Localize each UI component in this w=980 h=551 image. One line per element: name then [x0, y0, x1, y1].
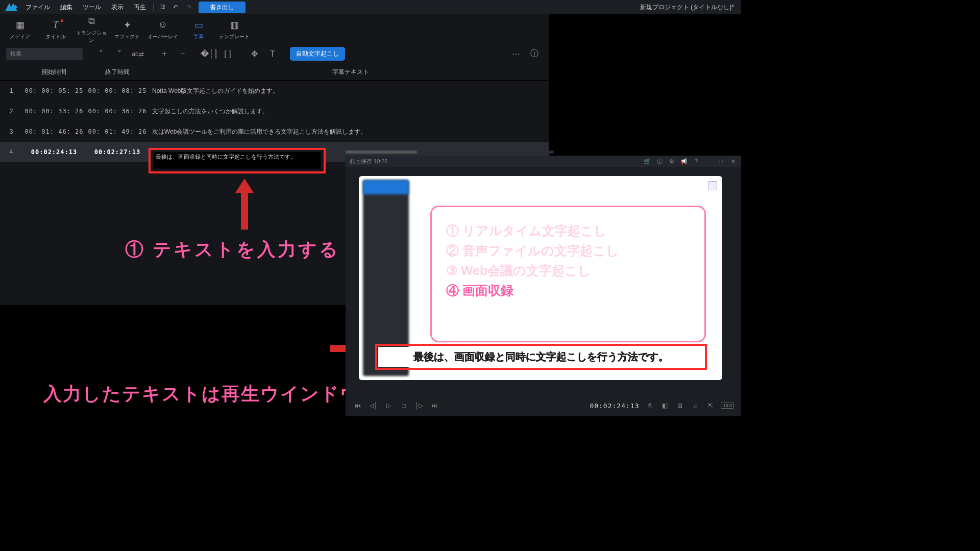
menubar: ファイル 編集 ツール 表示 再生 🖫 ↶ ↷ 書き出し 新規プロジェクト (タ…	[0, 0, 741, 14]
annotation-text-1: ① テキストを入力する	[125, 237, 340, 262]
card-line: ① リアルタイム文字起こし	[446, 222, 690, 239]
timecode-display: 00:02:24:13	[590, 402, 639, 410]
table-row[interactable]: 100: 00: 05: 2500: 00: 08: 25Notta Web版文…	[0, 81, 549, 101]
template-icon: ▥	[230, 19, 239, 31]
compare-icon[interactable]: ◧	[659, 400, 670, 411]
menu-edit[interactable]: 編集	[55, 0, 78, 14]
redo-icon[interactable]: ↷	[182, 0, 195, 14]
speaker-icon[interactable]: 📢	[680, 157, 688, 165]
merge-icon[interactable]: [ ]	[219, 47, 236, 61]
notification-dot-icon	[61, 19, 63, 22]
remove-icon[interactable]: －	[175, 47, 191, 61]
menu-tool[interactable]: ツール	[78, 0, 106, 14]
close-icon[interactable]: ✕	[729, 157, 737, 165]
snapshot-icon[interactable]: ⎙	[644, 400, 654, 411]
card-line: ③ Web会議の文字起こし	[446, 262, 690, 279]
export-button[interactable]: 書き出し	[199, 2, 246, 13]
card-line: ② 音声ファイルの文字起こし	[446, 242, 690, 259]
tab-transition[interactable]: ⧉トランジション	[76, 15, 107, 44]
app-logo-icon	[4, 3, 18, 12]
preview-panel: 前回保存 10:26 🛒 ⓘ ⚙ 📢 ? – □ ✕ ① リアルタイム文字起こし…	[346, 156, 741, 416]
add-icon[interactable]: ＋	[156, 47, 173, 61]
auto-transcribe-button[interactable]: 自動文字起こし	[290, 47, 345, 61]
subtitle-edit-highlight: 最後は、画面収録と同時に文字起こしを行う方法です。	[149, 148, 326, 173]
subtitle-toolbar: 検索 ˄ ˅ ab⇄ ＋ － �┆⎮ [ ] ✥ T 自動文字起こし ⋯ ⓘ	[0, 44, 549, 64]
annotation-arrow-up-icon	[235, 179, 254, 231]
prev-frame-icon[interactable]: ◁│	[368, 400, 378, 411]
svg-rect-1	[13, 4, 14, 10]
svg-marker-4	[235, 179, 254, 230]
col-text: 字幕テキスト	[149, 68, 549, 77]
transition-icon: ⧉	[88, 16, 95, 27]
stop-icon[interactable]: □	[399, 400, 409, 411]
tab-template[interactable]: ▥テンプレート	[218, 18, 250, 40]
horizontal-scrollbar[interactable]	[346, 151, 554, 154]
effect-icon: ✦	[124, 19, 131, 31]
preview-mock-header	[363, 180, 409, 194]
menu-view[interactable]: 表示	[106, 0, 129, 14]
preview-topbar: 前回保存 10:26 🛒 ⓘ ⚙ 📢 ? – □ ✕	[346, 156, 741, 167]
subtitle-overlay-highlight: 最後は、画面収録と同時に文字起こしを行う方法です。	[375, 344, 707, 370]
tab-media[interactable]: ▦メディア	[4, 18, 36, 40]
detach-icon[interactable]: ⇱	[705, 400, 716, 411]
svg-rect-2	[15, 5, 16, 9]
next-icon[interactable]: ˅	[111, 47, 128, 61]
save-icon[interactable]: 🖫	[156, 0, 169, 14]
project-title: 新規プロジェクト (タイトルなし)*	[640, 0, 734, 14]
text-style-icon[interactable]: T	[264, 47, 281, 61]
table-header: 開始時間 終了時間 字幕テキスト	[0, 64, 549, 81]
menu-play[interactable]: 再生	[129, 0, 151, 14]
info-icon[interactable]: ⓘ	[526, 47, 543, 61]
prev-icon[interactable]: ˄	[93, 47, 109, 61]
play-icon[interactable]: ▷	[383, 400, 394, 411]
move-icon[interactable]: ✥	[246, 47, 262, 61]
cart-icon[interactable]: 🛒	[643, 157, 651, 165]
menu-file[interactable]: ファイル	[20, 0, 55, 14]
quality-icon[interactable]: ⊞	[675, 400, 685, 411]
media-icon: ▦	[16, 19, 24, 31]
gear-icon[interactable]: ⚙	[668, 157, 676, 165]
overlay-icon: ☺	[158, 19, 167, 30]
card-line-active: ④ 画面収録	[446, 282, 690, 299]
minimize-icon[interactable]: –	[704, 157, 713, 165]
subtitle-overlay-text: 最後は、画面収録と同時に文字起こしを行う方法です。	[378, 347, 704, 367]
svg-rect-3	[16, 6, 17, 8]
save-status: 前回保存 10:26	[350, 158, 388, 165]
goto-start-icon[interactable]: ⏮	[353, 400, 363, 411]
transport-bar: ⏮ ◁│ ▷ □ │▷ ⏭ 00:02:24:13 ⎙ ◧ ⊞ ⌕ ⇱ 16:9	[346, 395, 741, 416]
split-icon[interactable]: �┆⎮	[201, 47, 217, 61]
separator	[153, 3, 154, 11]
col-end: 終了時間	[86, 68, 149, 77]
undo-icon[interactable]: ↶	[169, 0, 182, 14]
subtitle-icon: ▭	[194, 19, 203, 31]
maximize-icon[interactable]: □	[717, 157, 725, 165]
tab-subtitle[interactable]: ▭字幕	[183, 18, 214, 40]
subtitle-text-input[interactable]: 最後は、画面収録と同時に文字起こしを行う方法です。	[154, 152, 321, 169]
help-icon[interactable]: ?	[692, 157, 700, 165]
zoom-icon[interactable]: ⌕	[690, 400, 700, 411]
replace-icon[interactable]: ab⇄	[130, 47, 146, 61]
tab-effect[interactable]: ✦エフェクト	[111, 18, 143, 40]
tab-overlay[interactable]: ☺オーバーレイ	[147, 18, 179, 40]
tab-title[interactable]: Tタイトル	[40, 18, 71, 40]
col-start: 開始時間	[22, 68, 86, 77]
next-frame-icon[interactable]: │▷	[414, 400, 424, 411]
user-icon[interactable]: ⓘ	[655, 157, 664, 165]
preview-mock-close-icon	[708, 181, 717, 190]
preview-stage: ① リアルタイム文字起こし ② 音声ファイルの文字起こし ③ Web会議の文字起…	[359, 176, 722, 380]
goto-end-icon[interactable]: ⏭	[429, 400, 439, 411]
table-row[interactable]: 300: 01: 46: 2600: 01: 49: 26次はWeb会議ツールを…	[0, 121, 549, 142]
module-tabs: ▦メディア Tタイトル ⧉トランジション ✦エフェクト ☺オーバーレイ ▭字幕 …	[0, 14, 549, 44]
title-icon: T	[53, 19, 58, 30]
table-row[interactable]: 200: 00: 33: 2600: 00: 36: 26文字起こしの方法をいく…	[0, 101, 549, 121]
more-icon[interactable]: ⋯	[508, 47, 524, 61]
search-input[interactable]: 検索	[6, 48, 83, 60]
aspect-badge[interactable]: 16:9	[721, 403, 734, 409]
preview-card: ① リアルタイム文字起こし ② 音声ファイルの文字起こし ③ Web会議の文字起…	[430, 206, 706, 342]
